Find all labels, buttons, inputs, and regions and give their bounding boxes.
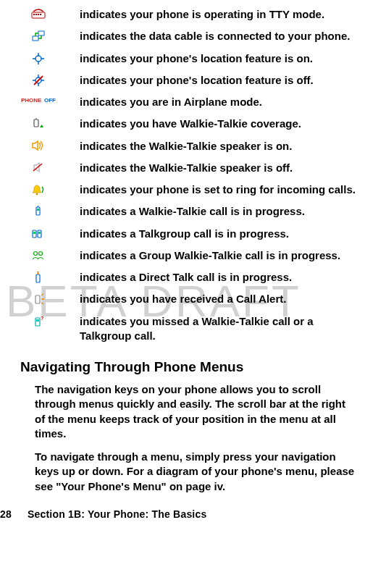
svg-rect-6 bbox=[33, 36, 38, 41]
list-item: indicates your phone is operating in TTY… bbox=[20, 7, 356, 22]
svg-text:OFF: OFF bbox=[44, 97, 56, 104]
icon-description: indicates your phone's location feature … bbox=[80, 73, 314, 88]
icon-description: indicates a Direct Talk call is in progr… bbox=[80, 270, 292, 285]
call-alert-icon bbox=[20, 292, 56, 305]
list-item: indicates you have received a Call Alert… bbox=[20, 292, 356, 306]
wt-speaker-on-icon bbox=[20, 139, 56, 151]
list-item: indicates your phone's location feature … bbox=[20, 73, 356, 88]
list-item: indicates the Walkie-Talkie speaker is o… bbox=[20, 161, 356, 175]
svg-rect-38 bbox=[36, 319, 39, 322]
icon-description: indicates you have Walkie-Talkie coverag… bbox=[80, 117, 301, 131]
svg-point-7 bbox=[35, 56, 41, 62]
body-paragraph: The navigation keys on your phone allows… bbox=[35, 382, 356, 441]
location-off-icon bbox=[20, 73, 56, 86]
icon-description: indicates you missed a Walkie-Talkie cal… bbox=[80, 314, 356, 344]
icon-description: indicates your phone is set to ring for … bbox=[80, 182, 356, 197]
list-item: indicates your phone's location feature … bbox=[20, 51, 356, 66]
ring-incoming-icon bbox=[20, 182, 56, 196]
icon-description: indicates the Walkie-Talkie speaker is o… bbox=[80, 139, 292, 154]
list-item: indicates your phone is set to ring for … bbox=[20, 182, 356, 197]
page-footer: 28 Section 1B: Your Phone: The Basics bbox=[0, 508, 206, 520]
svg-point-23 bbox=[36, 193, 38, 196]
airplane-mode-icon: PHONE OFF bbox=[20, 95, 56, 104]
wt-call-progress-icon bbox=[20, 204, 56, 217]
list-item: indicates a Walkie-Talkie call is in pro… bbox=[20, 204, 356, 219]
svg-rect-4 bbox=[40, 14, 41, 15]
list-item: indicates the data cable is connected to… bbox=[20, 29, 356, 43]
tty-icon bbox=[20, 7, 56, 19]
list-item: ? indicates you missed a Walkie-Talkie c… bbox=[20, 314, 356, 344]
list-item: indicates a Direct Talk call is in progr… bbox=[20, 270, 356, 285]
icon-description: indicates a Walkie-Talkie call is in pro… bbox=[80, 204, 305, 219]
icon-description: indicates your phone's location feature … bbox=[80, 51, 313, 66]
list-item: indicates a Talkgroup call is in progres… bbox=[20, 227, 356, 241]
svg-rect-1 bbox=[33, 14, 35, 15]
svg-rect-37 bbox=[35, 318, 40, 326]
list-item: indicates the Walkie-Talkie speaker is o… bbox=[20, 139, 356, 154]
footer-title: Section 1B: Your Phone: The Basics bbox=[28, 508, 206, 520]
section-heading: Navigating Through Phone Menus bbox=[20, 359, 356, 375]
missed-wt-call-icon: ? bbox=[20, 314, 56, 327]
svg-rect-2 bbox=[35, 14, 37, 15]
svg-rect-5 bbox=[38, 31, 44, 35]
svg-point-32 bbox=[39, 251, 43, 255]
body-paragraph: To navigate through a menu, simply press… bbox=[35, 450, 356, 494]
svg-rect-36 bbox=[35, 295, 40, 303]
data-cable-icon bbox=[20, 29, 56, 42]
icon-description: indicates you have received a Call Alert… bbox=[80, 292, 286, 306]
direct-talk-icon bbox=[20, 270, 56, 285]
list-item: indicates a Group Walkie-Talkie call is … bbox=[20, 248, 356, 263]
svg-rect-20 bbox=[34, 119, 38, 127]
location-on-icon bbox=[20, 51, 56, 64]
icon-description: indicates you are in Airplane mode. bbox=[80, 95, 262, 109]
svg-point-31 bbox=[34, 251, 38, 255]
status-icon-list: indicates your phone is operating in TTY… bbox=[20, 7, 356, 343]
svg-rect-33 bbox=[36, 274, 40, 282]
wt-speaker-off-icon bbox=[20, 161, 56, 172]
svg-rect-24 bbox=[36, 207, 40, 215]
list-item: PHONE OFF indicates you are in Airplane … bbox=[20, 95, 356, 109]
list-item: indicates you have Walkie-Talkie coverag… bbox=[20, 117, 356, 131]
svg-text:PHONE: PHONE bbox=[21, 97, 42, 104]
svg-rect-3 bbox=[38, 14, 39, 15]
talkgroup-call-icon bbox=[20, 227, 56, 240]
icon-description: indicates a Group Walkie-Talkie call is … bbox=[80, 248, 340, 263]
group-wt-call-icon bbox=[20, 248, 56, 260]
svg-point-35 bbox=[37, 272, 39, 272]
svg-text:?: ? bbox=[41, 316, 43, 321]
icon-description: indicates your phone is operating in TTY… bbox=[80, 7, 324, 22]
svg-rect-29 bbox=[33, 232, 35, 234]
svg-rect-30 bbox=[38, 232, 41, 234]
icon-description: indicates the data cable is connected to… bbox=[80, 29, 350, 43]
icon-description: indicates the Walkie-Talkie speaker is o… bbox=[80, 161, 293, 175]
svg-rect-25 bbox=[37, 209, 39, 211]
wt-coverage-icon bbox=[20, 117, 56, 130]
icon-description: indicates a Talkgroup call is in progres… bbox=[80, 227, 289, 241]
page-number: 28 bbox=[0, 508, 12, 520]
